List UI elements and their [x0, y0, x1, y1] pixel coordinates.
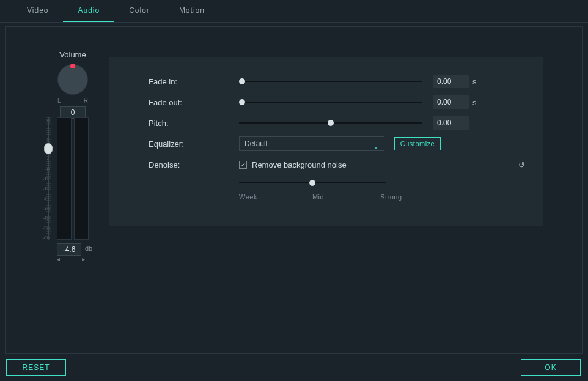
- audio-form: Fade in: 0.00 s Fade out: 0.00 s Pitch:: [109, 57, 543, 226]
- denoise-mid-label: Mid: [312, 193, 324, 201]
- pitch-label: Pitch:: [149, 119, 239, 128]
- fade-out-value-input[interactable]: 0.00: [433, 95, 469, 109]
- denoise-row: Denoise: ✓ Remove background noise ↺: [149, 154, 531, 175]
- tab-motion[interactable]: Motion: [164, 0, 219, 22]
- fade-in-label: Fade in:: [149, 77, 239, 86]
- pitch-row: Pitch: 0.00: [149, 113, 531, 133]
- pan-knob[interactable]: [57, 64, 88, 95]
- volume-fader-handle[interactable]: [44, 143, 53, 154]
- tab-video[interactable]: Video: [12, 0, 63, 22]
- volume-section: Volume L R 0: [39, 50, 106, 119]
- tab-color[interactable]: Color: [114, 0, 164, 22]
- audio-panel: Volume L R 0 6 4 2 0 -4 -8 -12 -18 -24 -…: [5, 26, 583, 354]
- fade-out-slider-thumb[interactable]: [239, 99, 245, 105]
- pitch-slider-thumb[interactable]: [328, 120, 334, 126]
- denoise-level-slider[interactable]: [239, 179, 386, 187]
- denoise-slider-thumb[interactable]: [309, 180, 315, 186]
- denoise-level-labels: Week Mid Strong: [239, 193, 422, 201]
- db-value-input[interactable]: -4.6: [57, 243, 81, 256]
- fade-out-slider[interactable]: [239, 98, 422, 106]
- denoise-strong-label: Strong: [380, 193, 402, 201]
- fade-in-value-input[interactable]: 0.00: [433, 75, 469, 88]
- reset-button[interactable]: RESET: [6, 359, 66, 376]
- denoise-weak-label: Week: [239, 193, 257, 201]
- vu-bar-right: [74, 117, 89, 240]
- vu-meter: 6 4 2 0 -4 -8 -12 -18 -24 -30 -40 -50 -6…: [36, 117, 97, 261]
- vu-level-bars: [57, 117, 89, 240]
- denoise-checkbox-label: Remove background noise: [252, 160, 347, 169]
- fade-in-row: Fade in: 0.00 s: [149, 71, 531, 92]
- fade-out-unit: s: [472, 98, 477, 107]
- db-unit-label: db: [85, 245, 92, 252]
- pitch-slider[interactable]: [239, 119, 422, 127]
- pan-lr-labels: L R: [57, 97, 88, 104]
- pan-right-label: R: [84, 97, 88, 104]
- chevron-down-icon: ⌄: [373, 139, 379, 153]
- prev-arrow-icon[interactable]: ◂: [57, 256, 60, 262]
- ok-button[interactable]: OK: [521, 359, 581, 376]
- fade-in-slider-thumb[interactable]: [239, 78, 245, 84]
- equalizer-selected-value: Default: [244, 139, 268, 148]
- fade-out-label: Fade out:: [149, 98, 239, 107]
- volume-title: Volume: [39, 50, 106, 59]
- footer: RESET OK: [5, 359, 583, 376]
- denoise-label: Denoise:: [149, 160, 239, 169]
- denoise-checkbox[interactable]: ✓: [239, 161, 247, 169]
- customize-button[interactable]: Customize: [394, 137, 441, 150]
- fade-in-slider[interactable]: [239, 77, 422, 86]
- equalizer-select[interactable]: Default ⌄: [239, 136, 384, 151]
- next-arrow-icon[interactable]: ▸: [82, 256, 85, 262]
- pan-value-input[interactable]: 0: [60, 106, 86, 119]
- fade-out-row: Fade out: 0.00 s: [149, 92, 531, 113]
- fade-in-unit: s: [472, 77, 477, 86]
- tab-audio[interactable]: Audio: [63, 0, 114, 22]
- vu-bar-left: [57, 117, 72, 240]
- reset-icon[interactable]: ↺: [518, 160, 525, 169]
- equalizer-label: Equalizer:: [149, 139, 239, 149]
- pitch-value-input[interactable]: 0.00: [433, 116, 469, 130]
- equalizer-row: Equalizer: Default ⌄ Customize: [149, 133, 531, 154]
- pan-left-label: L: [57, 97, 61, 104]
- denoise-slider-section: Week Mid Strong: [239, 179, 531, 201]
- tab-bar: Video Audio Color Motion: [0, 0, 588, 23]
